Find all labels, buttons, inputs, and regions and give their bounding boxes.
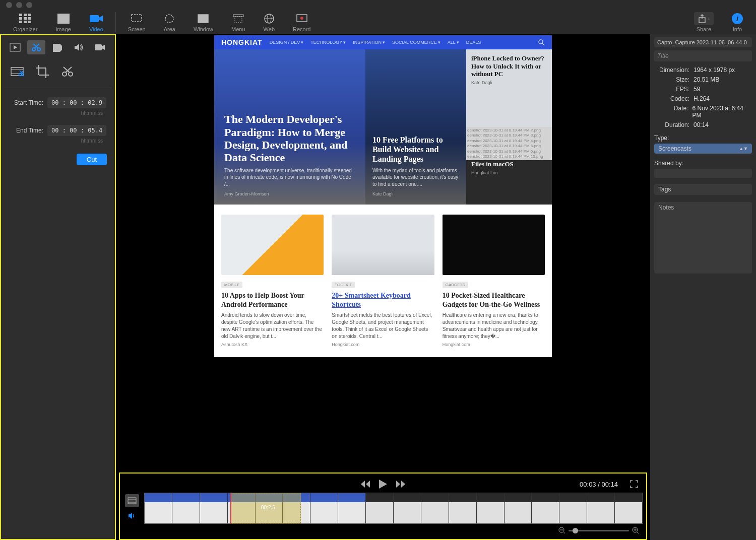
svg-rect-57 <box>128 498 136 504</box>
svg-marker-54 <box>379 480 387 489</box>
svg-rect-13 <box>132 15 142 22</box>
hero-card: The Modern Developer's Paradigm: How to … <box>214 49 365 205</box>
site-logo: HONGKIAT <box>221 38 263 46</box>
time-format-hint: hh:mm:ss <box>4 138 103 144</box>
svg-point-38 <box>19 74 22 76</box>
svg-point-50 <box>539 40 543 44</box>
fullscreen-button[interactable] <box>630 480 638 488</box>
filename-field[interactable]: Capto_Capture 2023-11-06_06-44-0 <box>654 37 752 47</box>
zoom-window-dot[interactable] <box>26 2 32 8</box>
start-time-input[interactable]: 00 : 00 : 02.9 <box>47 97 106 108</box>
svg-marker-56 <box>401 481 405 488</box>
playback-panel: 00:03 / 00:14 00:2 <box>119 472 647 540</box>
svg-line-63 <box>563 532 565 533</box>
rewind-button[interactable] <box>360 480 371 489</box>
svg-point-23 <box>300 17 303 20</box>
nav-item: INSPIRATION ▾ <box>353 40 385 45</box>
forward-button[interactable] <box>395 480 406 489</box>
organizer-tab[interactable]: Organizer <box>4 12 46 32</box>
tags-header[interactable]: Tags <box>654 184 752 195</box>
type-select[interactable]: Screencasts▲▼ <box>654 144 752 154</box>
video-track-icon[interactable] <box>125 494 139 507</box>
screen-capture-button[interactable]: Screen <box>119 12 155 32</box>
info-icon: i <box>732 13 743 24</box>
svg-rect-33 <box>95 44 102 50</box>
codec-value: H.264 <box>694 95 710 102</box>
svg-point-14 <box>165 15 173 23</box>
zoom-slider[interactable] <box>569 530 629 531</box>
audio-tool[interactable] <box>70 40 88 54</box>
cut-button[interactable]: Cut <box>77 154 107 165</box>
info-button[interactable]: i Info <box>723 12 752 32</box>
camera-tool[interactable] <box>91 40 109 54</box>
nav-item: TECHNOLOGY ▾ <box>310 40 346 45</box>
size-value: 20.51 MB <box>694 76 719 83</box>
nav-item: ALL ▾ <box>448 40 459 45</box>
image-tab[interactable]: Image <box>46 12 80 32</box>
share-icon: › <box>694 12 714 25</box>
svg-rect-11 <box>90 15 99 22</box>
area-capture-button[interactable]: Area <box>155 12 184 32</box>
cut-tool[interactable] <box>27 40 45 54</box>
playhead[interactable] <box>230 493 231 523</box>
article-card: GADGETS 10 Pocket-Sized Healthcare Gadge… <box>443 215 545 347</box>
minimize-window-dot[interactable] <box>16 2 22 8</box>
article-card: MOBILE 10 Apps to Help Boost Your Androi… <box>221 215 324 347</box>
record-button[interactable]: Record <box>284 12 320 32</box>
svg-rect-8 <box>28 21 31 23</box>
svg-marker-34 <box>102 45 105 50</box>
info-panel: Capto_Capture 2023-11-06_06-44-0 Title D… <box>650 34 756 540</box>
svg-marker-27 <box>14 45 17 49</box>
svg-marker-12 <box>99 16 103 22</box>
nav-item: SOCIAL COMMERCE ▾ <box>392 40 440 45</box>
window-capture-button[interactable]: Window <box>184 12 222 32</box>
svg-rect-1 <box>24 14 27 16</box>
dimension-value: 1964 x 1978 px <box>694 66 735 74</box>
zoom-out-icon[interactable] <box>558 527 565 534</box>
video-tab[interactable]: Video <box>80 12 112 32</box>
preview-area: HONGKIAT DESIGN / DEV ▾ TECHNOLOGY ▾ INS… <box>116 34 650 540</box>
svg-rect-5 <box>28 17 31 20</box>
hero-card: 10 Free Platforms to Build Websites and … <box>365 49 466 205</box>
timeline-selection[interactable]: 00:2.5 <box>230 493 301 523</box>
svg-rect-0 <box>19 14 22 16</box>
notes-field[interactable] <box>654 213 752 274</box>
close-window-dot[interactable] <box>6 2 12 8</box>
zoom-in-icon[interactable] <box>632 527 639 534</box>
nav-item: DEALS <box>466 40 481 45</box>
window-titlebar <box>0 0 756 10</box>
nav-item: DESIGN / DEV ▾ <box>270 40 304 45</box>
svg-rect-17 <box>233 15 243 17</box>
menu-capture-button[interactable]: Menu <box>222 12 255 32</box>
svg-marker-52 <box>361 481 365 488</box>
video-preview-frame: HONGKIAT DESIGN / DEV ▾ TECHNOLOGY ▾ INS… <box>214 35 552 357</box>
search-icon <box>538 39 545 46</box>
svg-marker-32 <box>75 44 79 51</box>
share-button[interactable]: › Share <box>685 12 723 32</box>
time-format-hint: hh:mm:ss <box>4 110 103 116</box>
article-card: TOOLKIT 20+ Smartsheet Keyboard Shortcut… <box>332 215 434 347</box>
crop-icon[interactable] <box>34 63 50 80</box>
title-field[interactable]: Title <box>654 50 752 61</box>
duration-value: 00:14 <box>694 121 709 128</box>
timeline[interactable]: 00:2.5 <box>144 493 643 524</box>
svg-rect-3 <box>19 17 22 20</box>
svg-marker-60 <box>129 513 132 519</box>
start-time-label: Start Time: <box>8 99 43 106</box>
svg-rect-18 <box>235 17 242 23</box>
trim-icon[interactable] <box>9 63 25 80</box>
end-time-input[interactable]: 00 : 00 : 05.4 <box>47 125 106 136</box>
play-button[interactable] <box>378 479 388 490</box>
end-time-label: End Time: <box>8 127 43 134</box>
svg-marker-53 <box>366 481 370 488</box>
web-capture-button[interactable]: Web <box>255 12 284 32</box>
annotation-tool[interactable] <box>48 40 67 54</box>
scissors-icon[interactable] <box>59 63 76 80</box>
svg-rect-15 <box>198 15 208 23</box>
audio-track-icon[interactable] <box>125 509 139 522</box>
main-toolbar: Organizer Image Video Screen Area Window… <box>0 10 756 34</box>
svg-rect-6 <box>19 21 22 23</box>
svg-line-51 <box>542 43 544 45</box>
play-tool[interactable] <box>6 40 24 54</box>
sharedby-field[interactable] <box>654 169 752 178</box>
